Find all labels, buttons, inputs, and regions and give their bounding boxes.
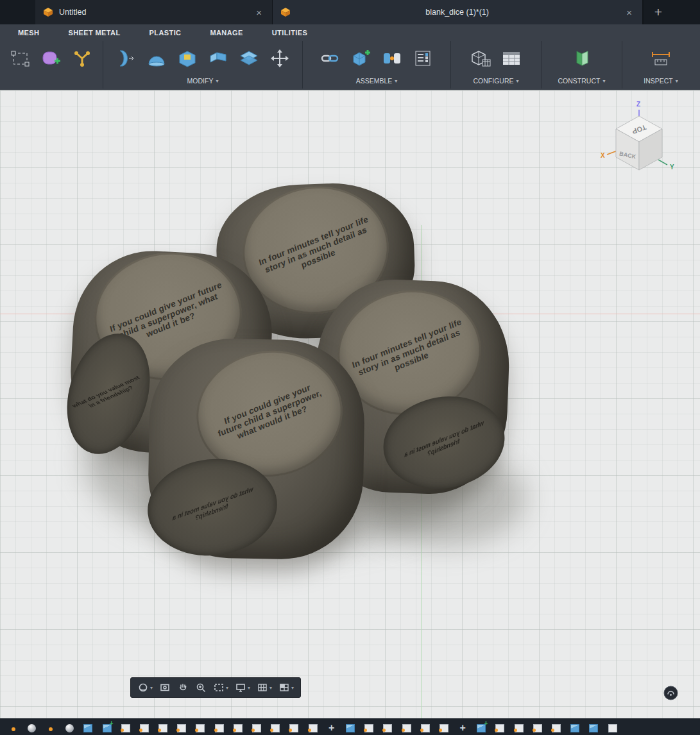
modify-dropdown[interactable]: MODIFY ▾: [187, 75, 219, 87]
chevron-down-icon: ▾: [150, 685, 153, 691]
new-component-icon[interactable]: [346, 44, 376, 72]
configure-dropdown[interactable]: CONFIGURE ▾: [473, 75, 518, 87]
die-side-text: what do you value most in a friendship?: [395, 415, 493, 471]
ribbon-tab-utilities[interactable]: UTILITIES: [272, 29, 323, 37]
orbit-button[interactable]: ▾: [135, 680, 155, 695]
split-icon[interactable]: [234, 44, 264, 72]
close-tab-icon[interactable]: ×: [624, 6, 635, 19]
help-assistant-badge[interactable]: [663, 686, 678, 700]
dome-icon[interactable]: [142, 44, 171, 72]
timeline-feature-icon[interactable]: [83, 721, 93, 732]
timeline-feature-icon[interactable]: [570, 721, 580, 732]
configuration-table-icon[interactable]: [497, 44, 526, 72]
timeline-feature-icon[interactable]: [308, 721, 318, 732]
construct-label: CONSTRUCT: [558, 77, 601, 85]
timeline-feature-icon[interactable]: [514, 721, 524, 732]
document-tab-blank-dice[interactable]: blank_dice (1)*(1) ×: [273, 0, 643, 24]
timeline-feature-icon[interactable]: [533, 721, 543, 732]
timeline-feature-icon[interactable]: [195, 721, 205, 732]
ribbon-tab-sheet-metal[interactable]: SHEET METAL: [68, 29, 135, 37]
configure-component-icon[interactable]: [466, 44, 495, 72]
construct-plane-icon[interactable]: [567, 44, 597, 72]
timeline-feature-icon[interactable]: [382, 721, 393, 732]
configure-label: CONFIGURE: [473, 77, 513, 85]
ribbon-tab-manage[interactable]: MANAGE: [210, 29, 257, 37]
timeline-feature-icon[interactable]: [364, 721, 374, 732]
timeline-feature-icon[interactable]: [176, 721, 187, 732]
timeline-feature-icon[interactable]: [327, 721, 337, 732]
ribbon-icon-row: MODIFY ▾: [0, 41, 700, 89]
timeline-feature-icon[interactable]: [46, 721, 56, 732]
timeline-feature-icon[interactable]: [345, 721, 355, 732]
fold-icon[interactable]: [203, 44, 233, 72]
inspect-label: INSPECT: [644, 77, 673, 85]
timeline-feature-icon[interactable]: [270, 721, 280, 732]
ribbon-tab-plastic[interactable]: PLASTIC: [149, 29, 196, 37]
close-tab-icon[interactable]: ×: [253, 6, 264, 19]
viewports-button[interactable]: ▾: [276, 680, 296, 695]
new-tab-button[interactable]: +: [643, 0, 673, 24]
timeline-feature-icon[interactable]: [439, 721, 449, 732]
timeline-feature-icon[interactable]: [588, 721, 599, 732]
die-side-text: what do you value most in a friendship?: [68, 373, 149, 414]
ribbon-group-assemble: ASSEMBLE ▾: [303, 41, 451, 89]
convergence-icon[interactable]: [67, 44, 97, 72]
modify-label: MODIFY: [187, 77, 214, 85]
viewport-navigation-bar: ▾ ▾ ▾ ▾: [130, 677, 301, 698]
ribbon-tab-row: MESH SHEET METAL PLASTIC MANAGE UTILITIE…: [0, 24, 700, 41]
timeline-feature-icon[interactable]: [27, 721, 37, 732]
inspect-dropdown[interactable]: INSPECT ▾: [644, 75, 678, 87]
timeline-feature-icon[interactable]: [214, 721, 225, 732]
move-icon[interactable]: [265, 44, 295, 72]
timeline-feature-icon[interactable]: [551, 721, 561, 732]
chevron-down-icon: ▾: [216, 78, 218, 84]
display-settings-button[interactable]: ▾: [232, 680, 253, 695]
timeline-feature-icon[interactable]: [402, 721, 412, 732]
design-history-timeline[interactable]: [0, 718, 700, 735]
construct-dropdown[interactable]: CONSTRUCT ▾: [558, 75, 606, 87]
assemble-label: ASSEMBLE: [356, 77, 393, 85]
timeline-feature-icon[interactable]: [495, 721, 505, 732]
timeline-feature-icon[interactable]: [8, 721, 19, 732]
viewcube-x-axis-label: X: [601, 152, 605, 159]
document-tab-untitled[interactable]: Untitled ×: [35, 0, 273, 24]
model-viewport-canvas[interactable]: In four minutes tell your life story in …: [0, 90, 700, 719]
timeline-feature-icon[interactable]: [457, 721, 468, 732]
zoom-button[interactable]: [192, 680, 209, 695]
timeline-feature-icon[interactable]: [64, 721, 74, 732]
chevron-down-icon: ▾: [676, 78, 678, 84]
form-icon[interactable]: [37, 44, 66, 72]
timeline-feature-icon[interactable]: [121, 721, 131, 732]
fusion-document-icon: [280, 7, 291, 17]
timeline-feature-icon[interactable]: [476, 721, 486, 732]
view-cube[interactable]: Z X Y TOP BACK: [601, 102, 678, 180]
timeline-feature-icon[interactable]: [252, 721, 262, 732]
timeline-feature-icon[interactable]: [608, 721, 618, 732]
bom-list-icon[interactable]: [408, 44, 438, 72]
ribbon-group-configure: CONFIGURE ▾: [451, 41, 542, 89]
look-at-button[interactable]: [157, 680, 173, 695]
box-select-icon[interactable]: [6, 44, 35, 72]
joint-icon[interactable]: [377, 44, 407, 72]
window-zoom-button[interactable]: ▾: [210, 680, 231, 695]
grid-settings-button[interactable]: ▾: [254, 680, 275, 695]
die-face-text: In four minutes tell your life story in …: [257, 214, 375, 286]
pan-button[interactable]: [175, 680, 191, 695]
viewcube-z-axis-label: Z: [636, 101, 640, 108]
die-face-text: If you could give your future child a su…: [210, 378, 329, 450]
ribbon-tab-mesh[interactable]: MESH: [18, 29, 54, 37]
measure-icon[interactable]: [646, 44, 676, 72]
hole-icon[interactable]: [173, 44, 202, 72]
thicken-icon[interactable]: [111, 44, 141, 72]
timeline-feature-icon[interactable]: [139, 721, 149, 732]
timeline-feature-icon[interactable]: [233, 721, 243, 732]
chevron-down-icon: ▾: [269, 685, 272, 691]
insert-link-icon[interactable]: [316, 44, 345, 72]
timeline-feature-icon[interactable]: [158, 721, 168, 732]
assemble-dropdown[interactable]: ASSEMBLE ▾: [356, 75, 398, 87]
viewcube-cube-graphic[interactable]: TOP BACK: [601, 102, 678, 180]
timeline-feature-icon[interactable]: [289, 721, 299, 732]
timeline-feature-icon[interactable]: [420, 721, 431, 732]
timeline-feature-icon[interactable]: [102, 721, 112, 732]
ribbon-group-modify: MODIFY ▾: [103, 41, 303, 89]
